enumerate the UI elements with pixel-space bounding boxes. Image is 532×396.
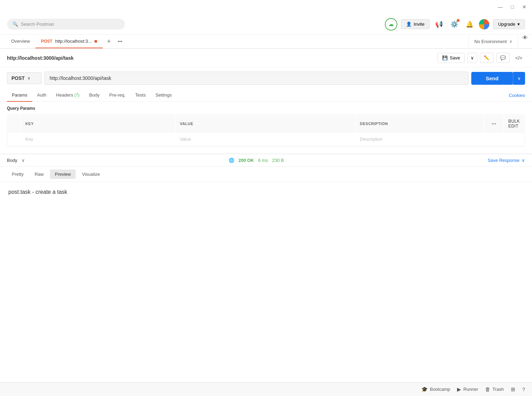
save-dropdown-icon: ∨	[471, 55, 474, 60]
tab-body[interactable]: Body	[84, 89, 104, 102]
tab-auth-label: Auth	[37, 92, 47, 98]
tab-tests-label: Tests	[135, 92, 146, 98]
more-tabs-button[interactable]: •••	[115, 35, 125, 48]
save-response-chevron-icon[interactable]: ∨	[522, 158, 525, 163]
search-box[interactable]: 🔍 Search Postman	[7, 19, 125, 30]
upgrade-chevron-icon: ▾	[517, 22, 520, 27]
method-selector[interactable]: POST ∨	[7, 72, 42, 84]
tab-headers[interactable]: Headers (7)	[51, 89, 84, 102]
title-bar: — □ ✕	[0, 0, 532, 14]
help-icon: ?	[522, 386, 525, 392]
runner-button[interactable]: ▶ Runner	[457, 386, 478, 393]
add-tab-icon: +	[107, 38, 111, 45]
runner-icon: ▶	[457, 386, 461, 393]
response-body: post.task - create a task	[0, 182, 532, 202]
search-icon: 🔍	[12, 22, 18, 27]
notifications-button[interactable]: 🔔	[464, 18, 475, 30]
save-response-button[interactable]: Save Response	[488, 158, 520, 163]
megaphone-button[interactable]: 📢	[433, 18, 445, 30]
tab-visualize[interactable]: Visualize	[77, 170, 105, 179]
overview-label: Overview	[11, 39, 30, 44]
tab-preview[interactable]: Preview	[50, 170, 76, 179]
params-more-icon[interactable]: •••	[492, 122, 496, 126]
invite-button[interactable]: 👤 Invite	[401, 19, 430, 29]
row-desc-cell[interactable]: Description	[356, 133, 484, 146]
trash-label: Trash	[492, 387, 504, 392]
tab-pretty[interactable]: Pretty	[7, 170, 28, 179]
url-input[interactable]	[44, 72, 468, 85]
row-key-cell[interactable]: Key	[21, 133, 175, 146]
code-button[interactable]: </>	[513, 54, 525, 62]
request-tabs: Params Auth Headers (7) Body Pre-req. Te…	[0, 89, 532, 102]
save-label: Save	[450, 55, 460, 60]
tab-raw[interactable]: Raw	[30, 170, 49, 179]
sync-icon: ☁	[388, 21, 394, 27]
runner-label: Runner	[463, 387, 478, 392]
save-button[interactable]: 💾 Save	[438, 53, 465, 63]
settings-badge	[457, 19, 459, 22]
response-body-label: Body	[7, 158, 17, 163]
sync-button[interactable]: ☁	[385, 18, 397, 31]
close-button[interactable]: ✕	[521, 3, 528, 11]
title-bar-controls: — □ ✕	[497, 3, 528, 11]
tab-prereq[interactable]: Pre-req.	[104, 89, 130, 102]
save-dropdown-button[interactable]: ∨	[467, 53, 477, 63]
environment-selector[interactable]: No Environment ∨	[468, 35, 518, 48]
edit-button[interactable]: ✏️	[480, 53, 493, 63]
tab-auth[interactable]: Auth	[32, 89, 51, 102]
request-area: http://localhost:3000/api/task 💾 Save ∨ …	[0, 49, 532, 151]
tab-tests[interactable]: Tests	[130, 89, 151, 102]
header-actions: ☁ 👤 Invite 📢 ⚙️ 🔔 Upgrade ▾	[385, 18, 525, 31]
method-label: POST	[11, 75, 25, 81]
bulk-edit-button[interactable]: Bulk Edit	[508, 119, 520, 129]
more-tabs-icon: •••	[118, 39, 123, 44]
trash-button[interactable]: 🗑 Trash	[485, 386, 504, 392]
megaphone-icon: 📢	[435, 21, 443, 28]
send-dropdown-button[interactable]: ∨	[513, 72, 525, 85]
response-size: 230 B	[272, 158, 284, 163]
preview-toggle-button[interactable]: 👁	[518, 35, 532, 48]
tab-bar: Overview POST http://localhost:3... + ••…	[0, 35, 532, 49]
breadcrumb: http://localhost:3000/api/task	[7, 55, 74, 61]
overview-tab[interactable]: Overview	[6, 35, 35, 48]
url-bar: POST ∨ Send ∨	[0, 67, 532, 89]
tab-params-label: Params	[12, 92, 27, 98]
upgrade-label: Upgrade	[498, 22, 515, 27]
request-tab[interactable]: POST http://localhost:3...	[35, 35, 103, 48]
maximize-button[interactable]: □	[510, 3, 515, 11]
query-params-title: Query Params	[7, 106, 525, 111]
tab-params[interactable]: Params	[7, 89, 32, 102]
tab-settings[interactable]: Settings	[151, 89, 177, 102]
params-col-key: KEY	[21, 115, 175, 132]
bottom-bar: 🎓 Bootcamp ▶ Runner 🗑 Trash ⊞ ?	[0, 382, 532, 396]
cookies-link[interactable]: Cookies	[509, 93, 525, 98]
response-header: Body ∨ 🌐 200 OK 6 ms 230 B Save Response…	[0, 154, 532, 167]
send-dropdown-icon: ∨	[517, 76, 521, 81]
send-button[interactable]: Send	[471, 72, 513, 85]
env-chevron-icon: ∨	[509, 39, 512, 44]
visualize-label: Visualize	[82, 172, 100, 177]
comment-icon: 💬	[500, 55, 506, 60]
comment-button[interactable]: 💬	[496, 53, 510, 63]
add-tab-button[interactable]: +	[103, 35, 115, 48]
params-table: KEY VALUE DESCRIPTION ••• Bulk Edit Key	[7, 114, 525, 147]
upgrade-button[interactable]: Upgrade ▾	[493, 19, 525, 29]
minimize-button[interactable]: —	[497, 3, 504, 11]
eye-icon: 👁	[522, 35, 528, 41]
status-button[interactable]: ⊞	[511, 386, 515, 393]
params-col-check	[8, 115, 20, 132]
row-value-cell[interactable]: Value	[176, 133, 355, 146]
preview-label: Preview	[55, 172, 71, 177]
invite-label: Invite	[414, 22, 424, 27]
settings-button[interactable]: ⚙️	[448, 18, 460, 30]
tab-modified-dot	[94, 40, 97, 43]
help-button[interactable]: ?	[522, 386, 525, 392]
header-bar: 🔍 Search Postman ☁ 👤 Invite 📢 ⚙️ 🔔 Upgra…	[0, 14, 532, 35]
search-placeholder: Search Postman	[21, 22, 54, 27]
body-chevron-icon[interactable]: ∨	[22, 158, 25, 163]
bootcamp-button[interactable]: 🎓 Bootcamp	[421, 386, 450, 393]
response-content: post.task - create a task	[8, 189, 67, 195]
grid-icon: ⊞	[511, 386, 515, 393]
env-label: No Environment	[474, 39, 507, 44]
avatar[interactable]	[479, 19, 489, 30]
